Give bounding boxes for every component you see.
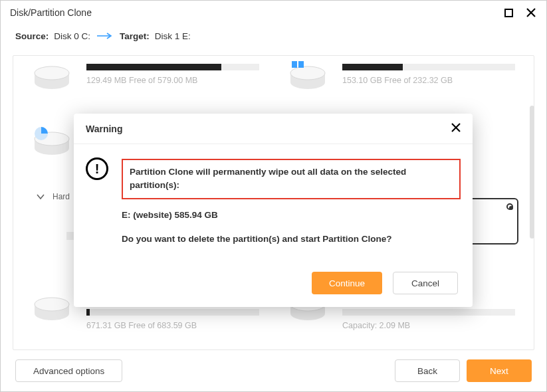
usage-text: 129.49 MB Free of 579.00 MB — [86, 76, 259, 85]
usage-text: Capacity: 2.09 MB — [342, 321, 515, 330]
dialog-confirm-text: Do you want to delete the partition(s) a… — [122, 233, 461, 246]
disk-icon — [33, 291, 73, 323]
partition-tile[interactable]: 129.49 MB Free of 579.00 MB — [33, 60, 259, 96]
source-value: Disk 0 C: — [54, 31, 90, 41]
disk-icon — [33, 126, 73, 157]
svg-rect-0 — [505, 9, 512, 17]
dialog-partition-item: E: (website) 585.94 GB — [122, 209, 461, 222]
close-icon — [526, 8, 536, 17]
dialog-warning-text: Partition Clone will permanently wipe ou… — [122, 159, 461, 199]
partition-tile[interactable]: 153.10 GB Free of 232.32 GB — [289, 60, 515, 96]
dialog-footer: Continue Cancel — [74, 263, 473, 307]
back-label: Back — [417, 366, 437, 376]
usage-text: 671.31 GB Free of 683.59 GB — [86, 321, 259, 330]
next-label: Next — [490, 366, 508, 376]
svg-rect-12 — [292, 61, 297, 68]
scrollbar[interactable] — [530, 106, 534, 239]
disk-expander[interactable]: Hard — [37, 192, 70, 201]
cancel-label: Cancel — [411, 278, 439, 288]
back-button[interactable]: Back — [395, 359, 460, 382]
advanced-options-button[interactable]: Advanced options — [15, 359, 122, 382]
title-bar: Disk/Partition Clone — [1, 1, 546, 25]
disk-label: Hard — [53, 192, 70, 201]
chevron-down-icon — [37, 193, 45, 201]
continue-label: Continue — [329, 278, 365, 288]
next-button[interactable]: Next — [467, 359, 532, 382]
usage-bar — [86, 309, 259, 316]
close-icon — [451, 123, 461, 132]
dialog-message: Partition Clone will permanently wipe ou… — [122, 159, 461, 256]
dialog-header: Warning — [74, 114, 473, 144]
window-title: Disk/Partition Clone — [10, 7, 92, 18]
continue-button[interactable]: Continue — [312, 272, 382, 294]
close-window-button[interactable] — [525, 7, 537, 19]
cancel-button[interactable]: Cancel — [393, 272, 458, 294]
maximize-button[interactable] — [502, 7, 514, 19]
usage-bar — [342, 309, 515, 316]
svg-rect-13 — [298, 61, 304, 68]
footer-bar: Advanced options Back Next — [1, 350, 546, 391]
arrow-right-icon — [96, 33, 114, 39]
selected-radio[interactable] — [506, 203, 513, 210]
warning-dialog: Warning ! Partition Clone will permanent… — [74, 114, 473, 307]
usage-bar — [86, 64, 259, 70]
warning-icon: ! — [86, 157, 108, 180]
target-value: Disk 1 E: — [155, 31, 191, 41]
usage-text: 153.10 GB Free of 232.32 GB — [342, 76, 515, 85]
disk-icon — [289, 60, 329, 92]
target-label: Target: — [120, 31, 150, 41]
source-label: Source: — [15, 31, 49, 41]
dialog-title: Warning — [86, 124, 122, 134]
maximize-icon — [504, 9, 513, 17]
disk-icon — [33, 60, 73, 92]
selected-partition-frame[interactable] — [465, 198, 518, 245]
usage-bar — [342, 64, 515, 70]
advanced-options-label: Advanced options — [33, 366, 104, 376]
source-target-bar: Source: Disk 0 C: Target: Disk 1 E: — [1, 25, 546, 47]
dialog-close-button[interactable] — [451, 122, 461, 136]
